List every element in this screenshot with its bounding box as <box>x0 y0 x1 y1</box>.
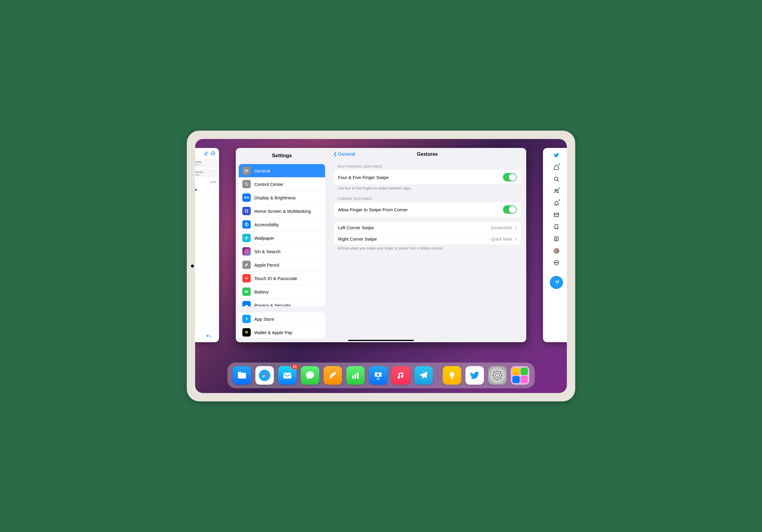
sidebar-item-apple-pencil[interactable]: Apple Pencil <box>239 258 325 272</box>
profile-avatar[interactable] <box>554 248 560 254</box>
dock-app-messages[interactable] <box>301 366 320 385</box>
sidebar-item-label: General <box>254 168 270 173</box>
back-button[interactable]: General <box>333 152 355 157</box>
fingerprint-icon <box>242 274 251 282</box>
sidebar-item-control-center[interactable]: Control Center <box>239 178 325 191</box>
bookmarks-icon[interactable] <box>554 224 560 230</box>
chevron-right-icon <box>514 237 517 241</box>
compose-tweet-button[interactable] <box>550 276 563 289</box>
sidebar-item-battery[interactable]: Battery <box>239 285 325 299</box>
sidebar-item-wallpaper[interactable]: Wallpaper <box>239 231 325 245</box>
message-preview-card[interactable]: sterday r pu… <box>195 169 217 178</box>
dock-app-mail[interactable]: 13 <box>278 366 297 385</box>
row-value: Screenshot <box>491 225 512 230</box>
lists-icon[interactable] <box>554 236 560 242</box>
svg-point-17 <box>246 239 247 240</box>
toggle-switch[interactable] <box>503 173 517 182</box>
svg-point-15 <box>246 237 247 239</box>
sidebar-item-label: Wallpaper <box>254 236 274 241</box>
svg-point-26 <box>554 177 558 181</box>
svg-point-5 <box>245 183 246 184</box>
svg-rect-12 <box>247 211 248 212</box>
dock-app-keynote[interactable] <box>369 366 388 385</box>
svg-line-50 <box>500 378 501 379</box>
grid-icon <box>242 207 251 215</box>
mail-badge: 13 <box>291 364 298 369</box>
svg-line-52 <box>500 372 501 373</box>
svg-point-28 <box>557 190 558 191</box>
sidebar-item-privacy[interactable]: Privacy & Security <box>239 299 325 306</box>
svg-rect-9 <box>245 209 246 211</box>
svg-point-44 <box>495 373 499 377</box>
compose-icon[interactable] <box>203 151 208 156</box>
svg-rect-37 <box>283 373 291 379</box>
communities-icon[interactable] <box>554 188 560 194</box>
dock-app-music[interactable] <box>392 366 410 385</box>
messages-icon[interactable] <box>554 212 560 218</box>
dock-separator <box>438 368 438 383</box>
row-label: Four & Five Finger Swipe <box>338 175 389 180</box>
stage-manager-right-app[interactable] <box>543 148 567 342</box>
svg-rect-24 <box>245 332 248 333</box>
dock-app-twitter[interactable] <box>466 366 484 385</box>
twitter-bird-icon[interactable] <box>554 152 560 158</box>
home-indicator[interactable] <box>348 340 414 341</box>
dock-app-safari[interactable] <box>256 366 274 385</box>
sidebar-item-accessibility[interactable]: Accessibility <box>239 218 325 231</box>
truncated-heading: ta <box>195 185 218 191</box>
svg-point-18 <box>245 237 246 238</box>
dock-app-tips[interactable] <box>443 366 461 385</box>
sidebar-item-label: Siri & Search <box>254 249 280 254</box>
sidebar-item-app-store[interactable]: App Store <box>239 312 325 326</box>
switches-icon <box>242 180 251 188</box>
svg-line-51 <box>494 378 495 379</box>
dock-app-numbers[interactable] <box>346 366 365 385</box>
dock-app-telegram[interactable] <box>415 366 433 385</box>
home-icon[interactable] <box>554 164 560 170</box>
appstore-icon <box>242 315 251 323</box>
row-left-corner-swipe[interactable]: Left Corner Swipe Screenshot <box>334 222 521 233</box>
dock-app-pages[interactable] <box>324 366 342 385</box>
svg-point-1 <box>212 153 212 153</box>
accessibility-icon <box>242 220 251 229</box>
dock-app-settings[interactable] <box>488 366 507 385</box>
svg-point-20 <box>245 250 248 253</box>
more-circle-icon[interactable] <box>211 151 215 156</box>
sidebar-item-general[interactable]: General <box>239 164 325 178</box>
sidebar-item-label: Display & Brightness <box>254 195 295 200</box>
search-icon[interactable] <box>554 176 560 182</box>
row-right-corner-swipe[interactable]: Right Corner Swipe Quick Note <box>334 233 521 245</box>
sidebar-item-touch-id[interactable]: Touch ID & Passcode <box>239 272 325 285</box>
dock-app-files[interactable] <box>233 366 251 385</box>
message-preview-card[interactable]: esday l 5. T… <box>195 159 217 168</box>
sidebar-item-display[interactable]: AA Display & Brightness <box>239 191 325 204</box>
svg-point-2 <box>213 153 213 153</box>
svg-rect-23 <box>245 331 248 332</box>
gear-icon <box>242 167 251 175</box>
svg-rect-38 <box>352 375 354 379</box>
front-camera <box>191 265 194 267</box>
sidebar-item-home-screen[interactable]: Home Screen & Multitasking <box>239 204 325 218</box>
notifications-icon[interactable] <box>554 200 560 206</box>
sidebar-item-label: Home Screen & Multitasking <box>254 209 311 214</box>
svg-point-34 <box>557 263 558 263</box>
row-value: Quick Note <box>491 237 512 242</box>
row-four-five-finger-swipe[interactable]: Four & Five Finger Swipe <box>334 170 521 185</box>
sidebar-item-label: Control Center <box>254 182 283 187</box>
svg-rect-21 <box>245 291 248 292</box>
sidebar-item-label: Wallet & Apple Pay <box>254 330 292 335</box>
sidebar-item-siri[interactable]: Siri & Search <box>239 245 325 258</box>
toggle-switch[interactable] <box>503 205 517 214</box>
wallet-icon <box>242 328 251 337</box>
timestamp: 10:43 <box>195 179 218 185</box>
preview-line: r pu… <box>195 173 216 176</box>
reply-icon[interactable] <box>206 334 211 339</box>
detail-title: Gestures <box>417 152 437 157</box>
dock-recent-apps-stack[interactable] <box>511 366 529 385</box>
svg-rect-40 <box>357 372 358 378</box>
row-allow-finger-swipe[interactable]: Allow Finger to Swipe From Corner <box>334 202 521 217</box>
svg-rect-39 <box>355 374 356 379</box>
sidebar-item-wallet[interactable]: Wallet & Apple Pay <box>239 326 325 338</box>
stage-manager-left-app[interactable]: esday l 5. T… sterday r pu… 10:43 ta <box>195 148 219 342</box>
more-icon[interactable] <box>554 260 560 266</box>
